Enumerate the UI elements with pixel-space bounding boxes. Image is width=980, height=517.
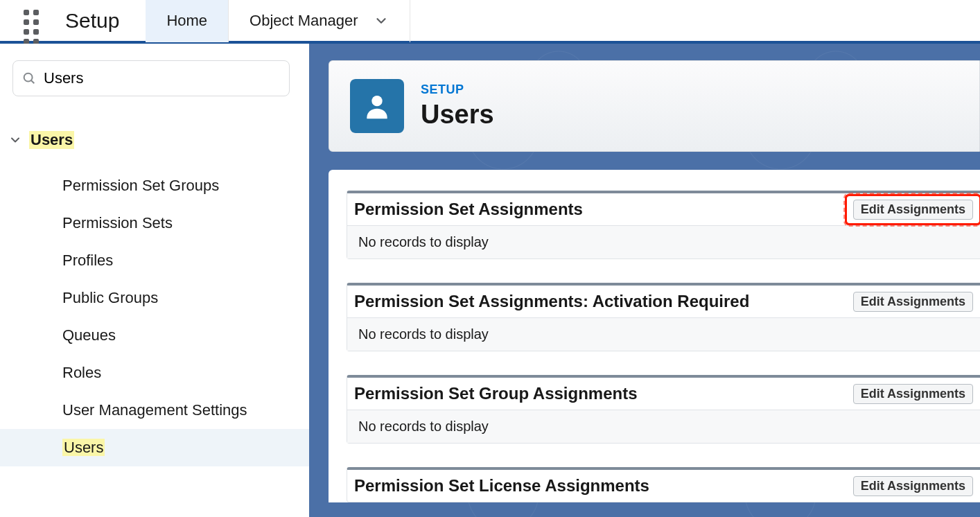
svg-line-1 [31,80,34,83]
edit-assignments-button[interactable]: Edit Assignments [853,384,973,404]
search-wrap[interactable] [12,60,290,96]
panel-title: Permission Set Assignments [354,200,853,219]
panel: Permission Set Group AssignmentsEdit Ass… [347,375,980,444]
app-title: Setup [65,9,119,33]
tree-parent-users[interactable]: Users [0,127,309,153]
panel-header: Permission Set AssignmentsEdit Assignmen… [347,193,980,225]
tree-parent-label: Users [29,131,74,149]
sidebar-item-label: User Management Settings [62,401,247,419]
content-area: SETUP Users Permission Set AssignmentsEd… [309,44,980,517]
page-eyebrow: SETUP [421,82,494,97]
panel-header: Permission Set License AssignmentsEdit A… [347,470,980,502]
sidebar-item-public-groups[interactable]: Public Groups [0,279,309,317]
panel: Permission Set AssignmentsEdit Assignmen… [347,191,980,259]
sidebar-item-label: Profiles [62,252,113,269]
sidebar-item-queues[interactable]: Queues [0,317,309,354]
svg-point-2 [371,96,382,106]
panel-header: Permission Set Group AssignmentsEdit Ass… [347,378,980,410]
panel-title: Permission Set Assignments: Activation R… [354,292,853,311]
edit-assignments-button[interactable]: Edit Assignments [853,476,973,496]
sidebar-item-label: Permission Sets [62,214,173,231]
panel-title: Permission Set Group Assignments [354,384,853,403]
panel-body: No records to display [347,225,980,258]
page-header: SETUP Users [329,60,980,152]
sidebar-item-permission-sets[interactable]: Permission Sets [0,204,309,242]
chevron-down-icon [8,133,22,147]
panel-body: No records to display [347,410,980,443]
search-icon [21,71,37,86]
tab-label: Object Manager [250,12,358,30]
panel-title: Permission Set License Assignments [354,476,853,496]
user-icon [350,79,404,133]
panel: Permission Set Assignments: Activation R… [347,283,980,351]
svg-point-0 [24,73,33,82]
edit-assignments-button[interactable]: Edit Assignments [853,200,973,220]
nav-tree: Users Permission Set GroupsPermission Se… [0,127,309,466]
sidebar-item-permission-set-groups[interactable]: Permission Set Groups [0,167,309,204]
page-title: Users [421,100,494,130]
tab-object-manager[interactable]: Object Manager [229,0,410,42]
sidebar-item-label: Roles [62,364,101,381]
sidebar-item-label: Users [62,439,105,456]
topbar: Setup Home Object Manager [0,0,980,44]
tab-label: Home [166,12,207,30]
panel: Permission Set License AssignmentsEdit A… [347,467,980,502]
sidebar-item-profiles[interactable]: Profiles [0,242,309,279]
app-launcher-icon[interactable] [21,7,49,35]
panel-body: No records to display [347,317,980,351]
sidebar-item-users[interactable]: Users [0,429,309,466]
sidebar-item-roles[interactable]: Roles [0,354,309,392]
tab-home[interactable]: Home [146,0,229,42]
search-input[interactable] [44,69,281,87]
panel-header: Permission Set Assignments: Activation R… [347,286,980,317]
sidebar: Users Permission Set GroupsPermission Se… [0,44,309,517]
sidebar-item-label: Public Groups [62,289,158,306]
edit-assignments-button[interactable]: Edit Assignments [853,292,973,312]
sidebar-item-label: Permission Set Groups [62,177,219,194]
sidebar-item-user-management-settings[interactable]: User Management Settings [0,392,309,429]
sidebar-item-label: Queues [62,326,116,344]
chevron-down-icon [374,13,389,28]
